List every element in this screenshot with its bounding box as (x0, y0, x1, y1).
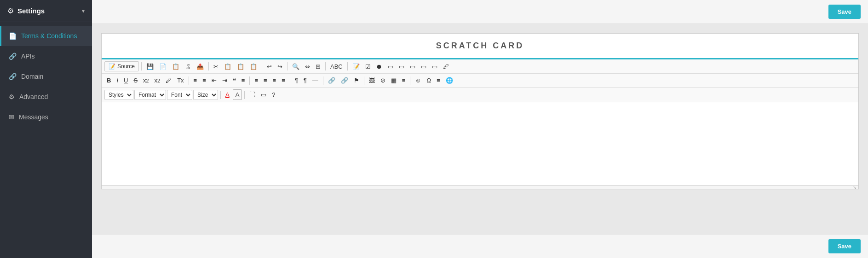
color-button[interactable]: 🖊 (163, 76, 174, 85)
source-label: Source (117, 63, 135, 70)
unordered-list-button[interactable]: ≡ (200, 76, 208, 85)
editor-body[interactable] (102, 102, 858, 185)
separator-5 (325, 62, 326, 70)
superscript-button[interactable]: x2 (152, 76, 163, 85)
ltr-button[interactable]: ¶ (293, 76, 300, 85)
editor-container: SCRATCH CARD 📝 Source 💾 📄 📋 🖨 📤 ✂ 📋 📋 📋 (101, 33, 859, 189)
ordered-list-button[interactable]: ≡ (191, 76, 200, 85)
save-doc-button[interactable]: 💾 (144, 62, 156, 71)
toolbar-row-1: 📝 Source 💾 📄 📋 🖨 📤 ✂ 📋 📋 📋 ↩ ↪ 🔍 (102, 59, 858, 74)
align-left-button[interactable]: ≡ (252, 76, 260, 85)
sidebar-nav: 📄 Terms & Conditions 🔗 APIs 🔗 Domain ⚙ A… (0, 22, 92, 127)
select-button[interactable]: ▭ (419, 62, 429, 71)
sidebar: ⚙ Settings ▾ 📄 Terms & Conditions 🔗 APIs… (0, 0, 92, 258)
toolbar-row-2: B I U S x2 x2 🖊 Tx ≡ ≡ ⇤ ⇥ ❝ ≡ ≡ ≡ ≡ ≡ (102, 74, 858, 88)
align-center-button[interactable]: ≡ (261, 76, 270, 85)
blockquote-button[interactable]: ❝ (230, 76, 238, 85)
help-button[interactable]: ? (270, 90, 277, 100)
styles-select[interactable]: Styles (104, 90, 133, 100)
bold-button[interactable]: B (104, 76, 113, 85)
redo-button[interactable]: ↪ (275, 62, 285, 71)
rule-button[interactable]: ≡ (400, 76, 408, 85)
paste-plain-button[interactable]: 📋 (247, 62, 259, 71)
export-button[interactable]: 📤 (194, 62, 206, 71)
sidebar-header: ⚙ Settings ▾ (0, 0, 92, 22)
input-button[interactable]: ▭ (397, 62, 407, 71)
source-button[interactable]: 📝 Source (104, 61, 139, 71)
remove-format-button[interactable]: Tx (175, 76, 186, 85)
sidebar-item-domain[interactable]: 🔗 Domain (0, 66, 92, 87)
open-button[interactable]: 📋 (170, 62, 182, 71)
maximize-button[interactable]: ⛶ (247, 90, 258, 100)
unlink-button[interactable]: 🔗 (339, 76, 351, 85)
strikethrough-button[interactable]: S (131, 76, 140, 85)
sidebar-item-advanced[interactable]: ⚙ Advanced (0, 87, 92, 107)
find-button[interactable]: 🔍 (290, 62, 302, 71)
preview-button[interactable]: ▭ (259, 90, 269, 100)
indent-button[interactable]: ⇥ (220, 76, 230, 85)
font-select[interactable]: Font (167, 90, 192, 100)
rtl-button[interactable]: ¶ (301, 76, 309, 85)
undo-button[interactable]: ↩ (264, 62, 274, 71)
highlight-button[interactable]: A (233, 89, 242, 100)
new-doc-button[interactable]: 📄 (157, 62, 169, 71)
select-all-button[interactable]: ⊞ (313, 62, 323, 71)
separator-12 (410, 76, 410, 85)
separator-6 (347, 62, 348, 70)
cut-button[interactable]: ✂ (211, 62, 221, 71)
insert-text-button[interactable]: 📝 (350, 62, 362, 71)
sidebar-item-domain-label: Domain (21, 73, 43, 80)
smiley-button[interactable]: ☺ (413, 76, 423, 85)
special-char-button[interactable]: Ω (425, 76, 434, 85)
media-button[interactable]: ⏺ (374, 62, 385, 71)
italic-button[interactable]: I (114, 76, 121, 85)
anchor-button[interactable]: ⚑ (351, 76, 362, 85)
spell-check-button[interactable]: ABC (328, 62, 345, 71)
editor-resize-bar: ↘ (102, 185, 858, 189)
table-button[interactable]: ▦ (389, 76, 399, 85)
chevron-down-icon[interactable]: ▾ (82, 8, 85, 14)
paste-button[interactable]: 📋 (235, 62, 247, 71)
sidebar-item-terms-label: Terms & Conditions (21, 32, 77, 40)
separator-7 (189, 76, 189, 85)
save-button-bottom[interactable]: Save (828, 239, 861, 253)
link-button[interactable]: 🔗 (326, 76, 338, 85)
subscript-button[interactable]: x2 (141, 76, 151, 85)
toolbar-row-3: Styles Format Font Size A A ⛶ ▭ ? (102, 88, 858, 102)
main-content-area: Save SCRATCH CARD 📝 Source 💾 📄 📋 🖨 📤 ✂ (92, 0, 868, 258)
messages-icon: ✉ (9, 113, 14, 121)
sidebar-item-terms[interactable]: 📄 Terms & Conditions (0, 26, 92, 46)
sidebar-item-messages[interactable]: ✉ Messages (0, 107, 92, 127)
page-break-button[interactable]: ≡ (434, 76, 443, 85)
div-button[interactable]: ≡ (239, 76, 247, 85)
save-button-top[interactable]: Save (828, 5, 861, 19)
image-button[interactable]: 🖼 (367, 76, 377, 85)
insert-hr-button[interactable]: — (310, 76, 321, 85)
separator-4 (287, 62, 287, 70)
separator-3 (262, 62, 262, 70)
sidebar-item-apis[interactable]: 🔗 APIs (0, 46, 92, 66)
source-icon: 📝 (109, 63, 115, 70)
frame-button[interactable]: ▭ (385, 62, 396, 71)
replace-button[interactable]: ⇔ (303, 62, 312, 71)
outdent-button[interactable]: ⇤ (209, 76, 219, 85)
button-button[interactable]: ▭ (430, 62, 440, 71)
domain-icon: 🔗 (9, 73, 17, 80)
align-right-button[interactable]: ≡ (270, 76, 279, 85)
iframe-button[interactable]: 🌐 (443, 76, 455, 85)
page-content: SCRATCH CARD 📝 Source 💾 📄 📋 🖨 📤 ✂ 📋 📋 📋 (92, 24, 868, 234)
format-select[interactable]: Format (134, 90, 166, 100)
print-button[interactable]: 🖨 (183, 62, 193, 71)
image-map-button[interactable]: 🖊 (441, 62, 451, 71)
textarea-button[interactable]: ▭ (408, 62, 418, 71)
copy-button[interactable]: 📋 (222, 62, 234, 71)
size-select[interactable]: Size (193, 90, 218, 100)
separator-8 (249, 76, 250, 85)
align-justify-button[interactable]: ≡ (279, 76, 287, 85)
bottom-bar: Save (92, 234, 868, 258)
flash-button[interactable]: ⊘ (378, 76, 388, 85)
font-color-button[interactable]: A (223, 90, 232, 100)
checkbox-button[interactable]: ☑ (363, 62, 373, 71)
underline-button[interactable]: U (121, 76, 130, 85)
separator-11 (364, 76, 364, 85)
